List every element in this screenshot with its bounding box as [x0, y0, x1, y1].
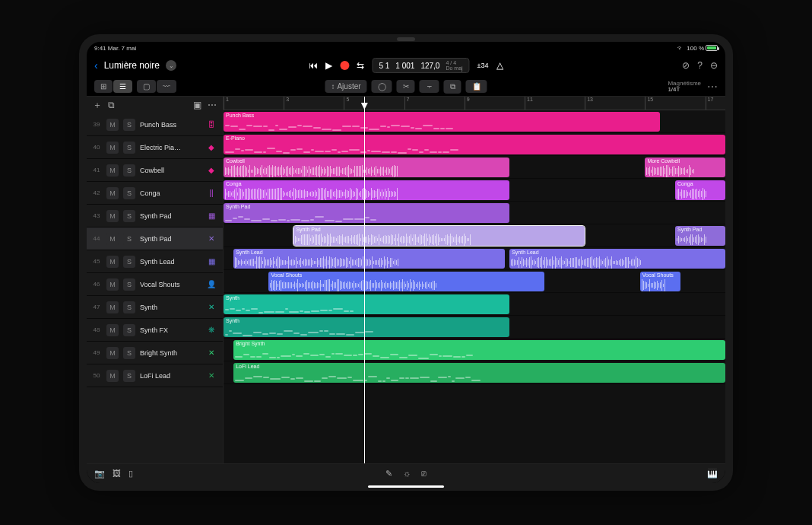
mute-button[interactable]: M	[106, 210, 119, 222]
project-badge[interactable]: ⌄	[166, 60, 176, 71]
project-title[interactable]: Lumière noire	[104, 60, 160, 71]
track-more-button[interactable]: ⋯	[208, 100, 217, 110]
region[interactable]: Synth	[224, 294, 509, 314]
region[interactable]: LoFi Lead	[233, 363, 725, 383]
track-icon[interactable]: ❋	[205, 323, 218, 337]
track-icon[interactable]: ✕	[205, 369, 218, 383]
ruler[interactable]: 1357911131517	[224, 97, 725, 110]
region[interactable]: Conga	[675, 180, 725, 200]
track-icon[interactable]: ✕	[205, 232, 218, 246]
help-button[interactable]: ?	[697, 60, 703, 71]
add-track-button[interactable]: ＋	[93, 99, 102, 112]
view-mixer-button[interactable]: ▢	[137, 80, 156, 93]
solo-button[interactable]: S	[123, 187, 135, 199]
track-row[interactable]: 48 M S Synth FX ❋	[87, 319, 223, 342]
edit-button[interactable]: ✎	[385, 469, 392, 479]
view-grid-button[interactable]: ⊞	[94, 80, 113, 93]
region[interactable]: Conga	[224, 180, 509, 200]
track-row[interactable]: 49 M S Bright Synth ✕	[87, 342, 223, 364]
track-settings-button[interactable]: ▣	[193, 100, 201, 110]
track-row[interactable]: 47 M S Synth ✕	[87, 296, 223, 319]
track-icon[interactable]: ◆	[205, 141, 218, 154]
browser-button[interactable]: ▯	[128, 469, 133, 479]
view-list-button[interactable]: ☰	[113, 80, 132, 93]
track-row[interactable]: 42 M S Conga ||	[87, 182, 223, 205]
copy-button[interactable]: ⧉	[444, 80, 462, 94]
solo-button[interactable]: S	[123, 301, 135, 313]
region[interactable]: Punch Bass	[224, 112, 660, 132]
timeline[interactable]: 1357911131517 Punch BassE-PianoCowbellMo…	[224, 97, 725, 463]
keyboard-button[interactable]: 🎹	[707, 469, 718, 478]
region[interactable]: Synth	[224, 317, 509, 337]
track-row[interactable]: 46 M S Vocal Shouts 👤	[87, 273, 223, 296]
mute-button[interactable]: M	[106, 347, 119, 359]
track-icon[interactable]: 🎛	[205, 118, 218, 132]
paste-button[interactable]: 📋	[466, 80, 487, 93]
view-automation-button[interactable]: 〰	[157, 80, 176, 93]
track-row[interactable]: 43 M S Synth Pad ▦	[87, 205, 223, 228]
mute-button[interactable]: M	[106, 256, 119, 268]
mute-button[interactable]: M	[106, 324, 119, 336]
mute-button[interactable]: M	[106, 301, 119, 313]
mute-button[interactable]: M	[106, 278, 119, 291]
scissors-button[interactable]: ✂	[397, 80, 415, 93]
loop-tool-button[interactable]: ◯	[372, 80, 392, 93]
track-icon[interactable]: ▦	[205, 255, 218, 269]
mute-button[interactable]: M	[106, 187, 119, 199]
cycle-button[interactable]: ⇆	[357, 60, 364, 71]
region[interactable]: Synth Lead	[509, 249, 725, 269]
region[interactable]: Cowbell	[224, 158, 509, 177]
region[interactable]: Vocal Shouts	[268, 272, 544, 291]
track-row[interactable]: 50 M S LoFi Lead ✕	[87, 364, 223, 387]
solo-button[interactable]: S	[123, 324, 135, 336]
mute-button[interactable]: M	[106, 119, 119, 131]
mute-button[interactable]: M	[106, 370, 119, 382]
track-row[interactable]: 45 M S Synth Lead ▦	[87, 250, 223, 273]
track-icon[interactable]: ✕	[205, 346, 218, 360]
record-button[interactable]	[340, 61, 349, 70]
playhead[interactable]	[364, 97, 365, 463]
back-button[interactable]: ‹	[94, 59, 98, 72]
inspector-button[interactable]: ☼	[403, 469, 411, 479]
mute-button[interactable]: M	[106, 142, 119, 154]
solo-button[interactable]: S	[123, 210, 135, 222]
mixer-button[interactable]: ⎚	[421, 469, 427, 479]
track-row[interactable]: 40 M S Electric Pia… ◆	[87, 136, 223, 159]
region[interactable]: Synth Pad	[293, 226, 585, 246]
metronome-button[interactable]: △	[496, 60, 503, 71]
track-icon[interactable]: ▦	[205, 209, 218, 223]
solo-button[interactable]: S	[123, 119, 135, 131]
region[interactable]: E-Piano	[224, 135, 725, 154]
track-row[interactable]: 41 M S Cowbell ◆	[87, 159, 223, 182]
solo-button[interactable]: S	[123, 370, 135, 382]
play-button[interactable]: ▶	[325, 60, 332, 71]
solo-button[interactable]: S	[123, 256, 135, 268]
track-icon[interactable]: ◆	[205, 164, 218, 177]
mute-button[interactable]: M	[106, 164, 119, 177]
solo-button[interactable]: S	[123, 278, 135, 291]
region[interactable]: Synth Lead	[233, 249, 504, 269]
undo-button[interactable]: ⊘	[682, 60, 690, 71]
settings-button[interactable]: ⊖	[710, 60, 718, 71]
track-row[interactable]: 44 M S Synth Pad ✕	[87, 228, 223, 250]
solo-button[interactable]: S	[123, 142, 135, 154]
mute-button[interactable]: M	[106, 233, 119, 245]
join-button[interactable]: ⫟	[420, 80, 439, 93]
more-button[interactable]: ⋯	[707, 81, 718, 93]
library-button[interactable]: 🖼	[113, 469, 121, 479]
camera-button[interactable]: 📷	[94, 469, 105, 479]
solo-button[interactable]: S	[123, 347, 135, 359]
region[interactable]: Synth Pad	[675, 226, 725, 246]
track-icon[interactable]: ✕	[205, 301, 218, 314]
duplicate-track-button[interactable]: ⧉	[108, 100, 115, 110]
region[interactable]: Synth Pad	[224, 203, 509, 223]
snap-value[interactable]: 1/4T	[668, 87, 701, 93]
region[interactable]: More Cowbell	[645, 158, 725, 177]
solo-button[interactable]: S	[123, 164, 135, 177]
track-row[interactable]: 39 M S Punch Bass 🎛	[87, 113, 223, 136]
track-icon[interactable]: ||	[205, 186, 218, 200]
solo-button[interactable]: S	[123, 233, 135, 245]
rewind-button[interactable]: ⏮	[309, 60, 318, 71]
region[interactable]: Vocal Shouts	[640, 272, 680, 291]
track-icon[interactable]: 👤	[205, 278, 218, 291]
